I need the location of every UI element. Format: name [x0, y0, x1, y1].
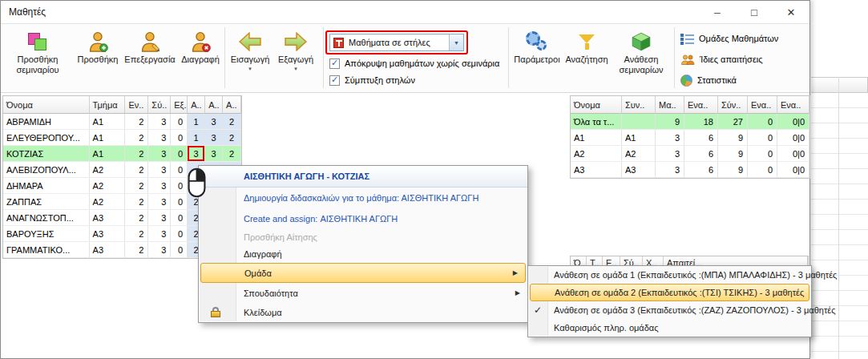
grid-cell[interactable]: 0: [171, 114, 188, 129]
subject-cell[interactable]: 3: [205, 130, 223, 145]
grid-cell[interactable]: 18: [684, 114, 718, 129]
menu-item-delete[interactable]: Διαγραφή: [199, 245, 527, 263]
menu-item-create-and-assign[interactable]: Create and assign: ΑΙΣΘΗΤΙΚΗ ΑΓΩΓΗ: [199, 208, 527, 228]
grid-cell[interactable]: 2: [125, 162, 148, 177]
maximize-button[interactable]: □: [736, 1, 773, 24]
grid-cell[interactable]: 3: [656, 146, 684, 161]
grid-cell[interactable]: 0: [748, 162, 777, 177]
student-name-cell[interactable]: ΔΗΜΑΡΑ: [3, 178, 90, 193]
subject-cell[interactable]: 1: [188, 130, 205, 145]
submenu-item-assign-group-1[interactable]: Ανάθεση σε ομάδα 1 (Εκπαιδευτικός :(ΜΠΑ)…: [528, 266, 811, 284]
column-header[interactable]: Μα..: [656, 96, 684, 114]
student-name-cell[interactable]: ΚΟΤΖΙΑΣ: [3, 146, 90, 161]
subject-cell[interactable]: 2: [223, 146, 241, 161]
column-header[interactable]: Όνομα: [571, 96, 622, 114]
add-student-button[interactable]: Προσθήκη: [75, 26, 121, 91]
student-row-selected[interactable]: ΚΟΤΖΙΑΣ Α1 2 3 0 3 3 2: [3, 146, 241, 162]
combobox-dropdown-button[interactable]: ▼: [449, 34, 463, 50]
grid-cell[interactable]: 2: [125, 194, 148, 209]
grid-cell[interactable]: 0: [171, 194, 188, 209]
grid-cell[interactable]: 6: [684, 146, 718, 161]
grid-cell[interactable]: 3: [148, 178, 171, 193]
grid-cell[interactable]: 0: [171, 178, 188, 193]
export-button[interactable]: Εξαγωγή ▼: [274, 26, 317, 91]
grid-cell[interactable]: 0|0: [777, 130, 809, 145]
student-class-cell[interactable]: Α1: [90, 146, 126, 161]
grid-cell[interactable]: 9: [718, 130, 748, 145]
subject-cell-highlighted[interactable]: 3: [188, 146, 205, 161]
column-header[interactable]: Όνομα: [3, 96, 90, 114]
summary-row[interactable]: Α3 Α3 3 6 9 0 0|0: [571, 162, 809, 178]
grid-cell[interactable]: 2: [125, 114, 148, 129]
subject-cell[interactable]: 2: [223, 114, 241, 129]
column-header[interactable]: Ενα..: [777, 96, 809, 114]
student-row[interactable]: ΑΒΡΑΜΙΔΗ Α1 2 3 0 1 3 2: [3, 114, 241, 130]
grid-cell[interactable]: [622, 114, 656, 129]
submenu-item-assign-group-3[interactable]: ✓ Ανάθεση σε ομάδα 3 (Εκπαιδευτικός :(ΖΑ…: [528, 301, 811, 319]
grid-cell[interactable]: 2: [125, 178, 148, 193]
summary-row[interactable]: Α1 Α1 3 6 9 0 0|0: [571, 130, 809, 146]
grid-cell[interactable]: Α1: [622, 130, 656, 145]
grid-cell[interactable]: 9: [718, 162, 748, 177]
minimize-button[interactable]: ─: [699, 1, 736, 24]
student-class-cell[interactable]: Α1: [90, 114, 126, 129]
same-requirements-button[interactable]: Ίδιες απαιτήσεις: [680, 50, 763, 68]
student-name-cell[interactable]: ΑΒΡΑΜΙΔΗ: [3, 114, 90, 129]
grid-cell[interactable]: 3: [148, 242, 171, 257]
subject-cell[interactable]: 2: [223, 130, 241, 145]
grid-cell[interactable]: 27: [718, 114, 748, 129]
grid-cell[interactable]: 3: [148, 162, 171, 177]
subject-cell[interactable]: 3: [205, 146, 223, 161]
edit-student-button[interactable]: Επεξεργασία: [122, 26, 178, 91]
grid-cell[interactable]: 0: [171, 226, 188, 241]
grid-cell[interactable]: 0: [171, 210, 188, 225]
column-header[interactable]: Σύν..: [718, 96, 748, 114]
grid-cell[interactable]: Α3: [571, 162, 622, 177]
grid-cell[interactable]: 3: [656, 162, 684, 177]
close-button[interactable]: ✕: [773, 1, 809, 24]
grid-cell[interactable]: 0: [748, 130, 777, 145]
student-name-cell[interactable]: ΑΝΑΓΝΩΣΤΟΠ...: [3, 210, 90, 225]
student-class-cell[interactable]: Α1: [90, 130, 126, 145]
assign-seminars-button[interactable]: Ανάθεση σεμιναρίων: [612, 26, 671, 91]
subject-cell[interactable]: 3: [205, 114, 223, 129]
student-class-cell[interactable]: Α2: [90, 178, 126, 193]
column-header[interactable]: Α..: [205, 96, 223, 114]
hide-courses-checkbox[interactable]: ✓ Απόκρυψη μαθημάτων χωρίς σεμινάρια: [329, 57, 499, 70]
import-button[interactable]: Εισαγωγή ▼: [228, 26, 273, 91]
grid-cell[interactable]: Α1: [571, 130, 622, 145]
column-header[interactable]: Σύ..: [148, 96, 171, 114]
grid-cell[interactable]: 2: [125, 210, 148, 225]
grid-cell[interactable]: 3: [148, 210, 171, 225]
grid-cell[interactable]: 3: [148, 226, 171, 241]
grid-cell[interactable]: 0: [171, 130, 188, 145]
grid-cell[interactable]: 3: [148, 130, 171, 145]
column-header[interactable]: Α..: [188, 96, 205, 114]
grid-cell[interactable]: Α2: [622, 146, 656, 161]
grid-cell[interactable]: 0|0: [777, 146, 809, 161]
menu-item-group[interactable]: Ομάδα ▶: [200, 263, 526, 283]
grid-cell[interactable]: 9: [656, 114, 684, 129]
delete-student-button[interactable]: Διαγραφή: [179, 26, 222, 91]
add-seminar-button[interactable]: Προσθήκη σεμιναρίου: [4, 26, 71, 91]
grid-cell[interactable]: 9: [718, 146, 748, 161]
collapse-columns-checkbox[interactable]: ✓ Σύμπτυξη στηλών: [329, 74, 415, 87]
grid-cell[interactable]: 2: [125, 242, 148, 257]
grid-cell[interactable]: 3: [148, 114, 171, 129]
grid-cell[interactable]: 0: [748, 146, 777, 161]
grid-cell[interactable]: 0: [171, 242, 188, 257]
student-class-cell[interactable]: Α2: [90, 194, 126, 209]
column-header[interactable]: Τμήμα: [90, 96, 126, 114]
student-class-cell[interactable]: Α3: [90, 226, 126, 241]
student-name-cell[interactable]: ΓΡΑΜΜΑΤΙΚΟ...: [3, 242, 90, 257]
submenu-item-clear-group[interactable]: Καθαρισμός πληρ. ομάδας: [528, 319, 811, 337]
menu-item-lock[interactable]: Κλείδωμα: [199, 303, 527, 322]
import-dropdown-icon[interactable]: ▼: [248, 67, 252, 71]
export-dropdown-icon[interactable]: ▼: [293, 67, 298, 71]
column-header[interactable]: Εξ..: [171, 96, 188, 114]
grid-cell[interactable]: 3: [656, 130, 684, 145]
grid-cell[interactable]: Όλα τα τ...: [571, 114, 622, 129]
column-header[interactable]: Εν..: [125, 96, 148, 114]
column-header[interactable]: Ενα..: [684, 96, 718, 114]
menu-item-create-teachings[interactable]: Δημιουργία διδασκαλιών για το μάθημα: ΑΙ…: [199, 188, 527, 208]
